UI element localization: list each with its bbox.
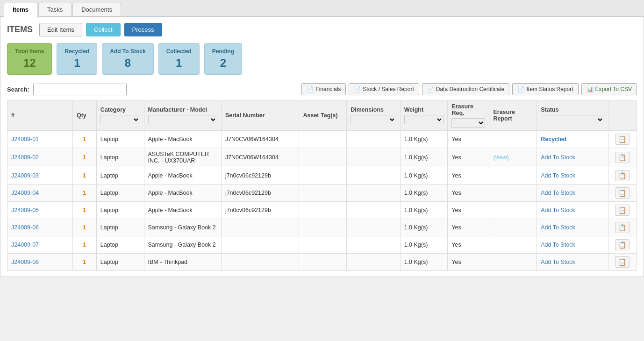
row-action-button[interactable]: 📋 [615, 152, 630, 163]
card-recycled: Recycled 1 [57, 43, 97, 75]
status-cards: Total Items 12 Recycled 1 Add To Stock 8… [7, 43, 637, 75]
cell-status: Add To Stock [537, 148, 608, 167]
col-header-asset: Asset Tag(s) [299, 100, 347, 131]
cell-weight: 1.0 Kg(s) [400, 202, 448, 219]
cell-erasure-req: Yes [448, 148, 489, 167]
tab-tasks[interactable]: Tasks [38, 3, 72, 16]
row-action-button[interactable]: 📋 [615, 170, 630, 181]
manufacturer-filter[interactable] [148, 115, 217, 124]
items-table: # Qty Category Manufacturer - Model Se [7, 100, 637, 271]
item-id-link[interactable]: J24009-04 [11, 190, 39, 196]
cell-erasure-report [489, 185, 537, 202]
cell-id: J24009-06 [7, 219, 73, 236]
stock-sales-report-button[interactable]: 📄 Stock / Sales Report [349, 83, 419, 95]
status-link[interactable]: Add To Stock [541, 172, 575, 179]
cell-erasure-req: Yes [448, 131, 489, 148]
status-link[interactable]: Add To Stock [541, 154, 575, 161]
cell-id: J24009-01 [7, 131, 73, 148]
tab-bar: Items Tasks Documents [0, 0, 644, 17]
cell-erasure-req: Yes [448, 236, 489, 254]
cell-dimensions [347, 185, 400, 202]
export-csv-button[interactable]: 📊 Export To CSV [581, 83, 637, 95]
cell-erasure-report [489, 219, 537, 236]
collect-button[interactable]: Collect [86, 23, 121, 36]
row-action-button[interactable]: 📋 [615, 222, 630, 233]
search-section: Search: [7, 84, 127, 95]
status-link[interactable]: Add To Stock [541, 207, 575, 213]
status-link[interactable]: Add To Stock [541, 242, 575, 248]
cell-erasure-req: Yes [448, 185, 489, 202]
card-collected-label: Collected [166, 48, 192, 55]
card-recycled-label: Recycled [64, 48, 89, 55]
status-link[interactable]: Add To Stock [541, 224, 575, 231]
process-button[interactable]: Process [124, 23, 162, 36]
cell-action: 📋 [608, 185, 637, 202]
edit-items-button[interactable]: Edit Items [39, 23, 82, 36]
cell-manufacturer: ASUSTeK COMPUTER INC. - UX370UAR [144, 148, 221, 167]
item-id-link[interactable]: J24009-03 [11, 172, 39, 179]
cell-qty: 1 [72, 148, 96, 167]
cell-weight: 1.0 Kg(s) [400, 167, 448, 185]
cell-erasure-report [489, 202, 537, 219]
category-filter[interactable] [100, 115, 140, 124]
cell-action: 📋 [608, 236, 637, 254]
cell-qty: 1 [72, 254, 96, 271]
view-erasure-link[interactable]: (view) [493, 154, 508, 161]
tab-documents[interactable]: Documents [72, 3, 121, 16]
cell-qty: 1 [72, 185, 96, 202]
search-input[interactable] [33, 84, 127, 95]
row-action-button[interactable]: 📋 [615, 256, 630, 268]
cell-serial: J7N0CV06W164304 [221, 131, 299, 148]
row-action-button[interactable]: 📋 [615, 239, 630, 250]
item-id-link[interactable]: J24009-01 [11, 136, 39, 142]
status-link[interactable]: Recycled [541, 136, 566, 142]
table-row: J24009-04 1 Laptop Apple - MacBook j7n0c… [7, 185, 637, 202]
row-action-button[interactable]: 📋 [615, 134, 630, 145]
data-destruction-button[interactable]: 📄 Data Destruction Certificate [422, 83, 510, 95]
status-link[interactable]: Add To Stock [541, 259, 575, 265]
cell-asset [299, 131, 347, 148]
cell-asset [299, 167, 347, 185]
cell-dimensions [347, 219, 400, 236]
cell-manufacturer: Samsung - Galaxy Book 2 [144, 236, 221, 254]
erasure-req-filter[interactable] [451, 118, 485, 128]
item-id-link[interactable]: J24009-02 [11, 154, 39, 161]
status-link[interactable]: Add To Stock [541, 190, 575, 196]
cell-id: J24009-03 [7, 167, 73, 185]
cell-action: 📋 [608, 131, 637, 148]
item-status-report-button[interactable]: 📄 Item Status Report [512, 83, 578, 95]
cell-status: Add To Stock [537, 254, 608, 271]
status-filter[interactable] [541, 115, 604, 124]
cell-weight: 1.0 Kg(s) [400, 148, 448, 167]
item-id-link[interactable]: J24009-05 [11, 207, 39, 213]
cell-erasure-req: Yes [448, 219, 489, 236]
table-row: J24009-08 1 Laptop IBM - Thinkpad 1.0 Kg… [7, 254, 637, 271]
cell-asset [299, 148, 347, 167]
cell-erasure-report [489, 167, 537, 185]
table-row: J24009-01 1 Laptop Apple - MacBook J7N0C… [7, 131, 637, 148]
col-header-hash: # [7, 100, 73, 131]
row-action-button[interactable]: 📋 [615, 187, 630, 199]
financials-button[interactable]: 📄 Financials [301, 83, 346, 95]
item-id-link[interactable]: J24009-07 [11, 242, 39, 248]
cell-action: 📋 [608, 219, 637, 236]
tab-items[interactable]: Items [4, 3, 37, 17]
dimensions-filter[interactable] [351, 115, 396, 124]
cell-serial [221, 219, 299, 236]
item-id-link[interactable]: J24009-08 [11, 259, 39, 265]
card-add-to-stock-value: 8 [110, 57, 145, 70]
item-id-link[interactable]: J24009-06 [11, 224, 39, 231]
cell-category: Laptop [96, 148, 144, 167]
cell-category: Laptop [96, 131, 144, 148]
row-action-button[interactable]: 📋 [615, 205, 630, 216]
item-status-icon: 📄 [517, 86, 524, 92]
cell-category: Laptop [96, 254, 144, 271]
weight-filter[interactable] [404, 115, 444, 124]
cell-erasure-report [489, 254, 537, 271]
cell-action: 📋 [608, 167, 637, 185]
cell-asset [299, 219, 347, 236]
financials-label: Financials [315, 86, 341, 92]
card-pending-label: Pending [212, 48, 234, 55]
cell-status: Add To Stock [537, 202, 608, 219]
cell-manufacturer: IBM - Thinkpad [144, 254, 221, 271]
